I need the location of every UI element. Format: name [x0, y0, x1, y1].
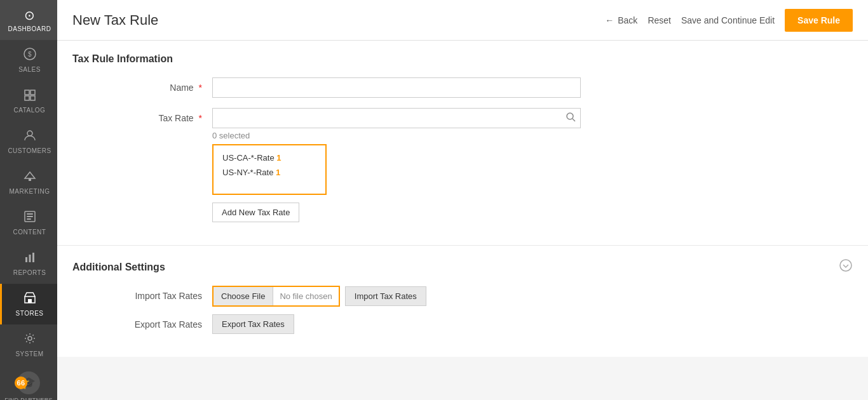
tax-rule-section: Tax Rule Information Name * Tax Rate *	[57, 41, 868, 246]
sidebar-item-catalog[interactable]: CATALOG	[0, 81, 57, 121]
sidebar-item-sales[interactable]: $ SALES	[0, 40, 57, 81]
sidebar-item-label: SYSTEM	[15, 350, 43, 357]
back-arrow-icon: ←	[605, 15, 614, 25]
sidebar-item-customers[interactable]: CUSTOMERS	[0, 121, 57, 162]
svg-rect-13	[25, 257, 27, 262]
svg-rect-17	[28, 299, 32, 303]
partner-label: FIND PARTNERS& EXTENSIONS	[4, 397, 53, 400]
svg-rect-2	[25, 90, 29, 95]
name-field-wrap	[212, 77, 593, 98]
svg-line-20	[573, 119, 575, 121]
save-rule-button[interactable]: Save Rule	[785, 9, 853, 32]
svg-rect-4	[25, 96, 29, 100]
tax-rule-section-title: Tax Rule Information	[72, 53, 853, 65]
sales-icon: $	[24, 48, 36, 63]
name-required: *	[199, 83, 202, 93]
dashboard-icon: ⊙	[24, 8, 36, 23]
sidebar-item-marketing[interactable]: MARKETING	[0, 162, 57, 203]
sidebar-item-label: MARKETING	[10, 188, 50, 195]
svg-rect-15	[32, 253, 34, 262]
svg-rect-8	[29, 178, 31, 181]
export-tax-rates-field-wrap: Export Tax Rates	[212, 314, 593, 334]
sidebar-item-label: SALES	[18, 66, 41, 73]
tax-rate-item-ca[interactable]: US-CA-*-Rate 1	[219, 150, 320, 165]
sidebar-item-content[interactable]: CONTENT	[0, 203, 57, 243]
catalog-icon	[24, 88, 36, 104]
main-content: New Tax Rule ← Back Reset Save and Conti…	[57, 0, 868, 400]
name-label: Name *	[72, 77, 212, 93]
svg-rect-12	[27, 218, 31, 220]
sidebar-item-system[interactable]: SYSTEM	[0, 324, 57, 365]
svg-rect-14	[29, 255, 31, 262]
partner-badge-count: 66	[15, 377, 27, 389]
name-row: Name *	[72, 77, 853, 98]
svg-rect-3	[31, 90, 35, 95]
selected-count: 0 selected	[212, 131, 593, 140]
page-header: New Tax Rule ← Back Reset Save and Conti…	[57, 0, 868, 41]
tax-rate-label: Tax Rate *	[72, 108, 212, 123]
sidebar-item-label: CATALOG	[14, 107, 46, 114]
sidebar-item-label: CONTENT	[13, 229, 46, 236]
sidebar: ⊙ DASHBOARD $ SALES CATALOG CUSTOMERS MA…	[0, 0, 57, 400]
svg-marker-7	[25, 172, 35, 178]
svg-point-18	[28, 337, 32, 340]
header-actions: ← Back Reset Save and Continue Edit Save…	[605, 9, 853, 32]
sidebar-item-label: REPORTS	[13, 269, 46, 276]
svg-point-21	[840, 260, 851, 271]
collapse-icon[interactable]	[839, 258, 853, 276]
tax-rate-required: *	[199, 113, 202, 123]
additional-settings-header: Additional Settings	[72, 258, 853, 276]
svg-rect-11	[27, 216, 33, 217]
back-button[interactable]: ← Back	[605, 15, 637, 25]
export-tax-rates-label: Export Tax Rates	[72, 314, 212, 330]
tax-rate-search-input[interactable]	[212, 108, 581, 128]
find-partners-item[interactable]: 66 🎓 FIND PARTNERS& EXTENSIONS	[0, 365, 57, 400]
tax-rate-row: Tax Rate * 0 selected US-CA-*-Rate 1	[72, 108, 853, 222]
additional-settings-section: Additional Settings Import Tax Rates Cho…	[57, 246, 868, 357]
add-new-tax-rate-button[interactable]: Add New Tax Rate	[212, 203, 299, 222]
name-input[interactable]	[212, 77, 581, 98]
export-tax-rates-row: Export Tax Rates Export Tax Rates	[72, 314, 853, 334]
save-continue-button[interactable]: Save and Continue Edit	[681, 15, 775, 25]
svg-text:$: $	[27, 51, 31, 58]
marketing-icon	[24, 170, 36, 185]
export-tax-rates-button[interactable]: Export Tax Rates	[212, 314, 294, 334]
system-icon	[24, 332, 36, 348]
reset-button[interactable]: Reset	[648, 15, 671, 25]
import-tax-rates-button[interactable]: Import Tax Rates	[345, 286, 426, 306]
content-icon	[24, 210, 36, 226]
import-file-wrap: Choose File No file chosen Import Tax Ra…	[212, 286, 593, 307]
file-input-label[interactable]: Choose File No file chosen	[212, 286, 340, 307]
tax-rate-item-ny[interactable]: US-NY-*-Rate 1	[219, 165, 320, 180]
reports-icon	[24, 251, 36, 267]
svg-point-6	[27, 131, 32, 136]
sidebar-item-reports[interactable]: REPORTS	[0, 243, 57, 284]
tax-rate-field-wrap: 0 selected US-CA-*-Rate 1 US-NY-*-Rate 1…	[212, 108, 593, 222]
file-chosen-text: No file chosen	[273, 287, 338, 305]
additional-settings-title: Additional Settings	[72, 262, 165, 273]
import-tax-rates-row: Import Tax Rates Choose File No file cho…	[72, 286, 853, 307]
tax-rate-list: US-CA-*-Rate 1 US-NY-*-Rate 1	[212, 144, 327, 195]
svg-point-19	[567, 113, 573, 119]
tax-rate-search-wrap	[212, 108, 581, 128]
sidebar-item-label: DASHBOARD	[8, 25, 51, 32]
stores-icon	[24, 291, 36, 307]
customers-icon	[24, 129, 36, 145]
import-tax-rates-label: Import Tax Rates	[72, 286, 212, 301]
svg-rect-5	[31, 96, 35, 100]
sidebar-item-label: CUSTOMERS	[8, 147, 51, 154]
sidebar-item-stores[interactable]: STORES	[0, 284, 57, 324]
sidebar-item-dashboard[interactable]: ⊙ DASHBOARD	[0, 0, 57, 40]
tax-rate-search-button[interactable]	[566, 112, 576, 124]
page-title: New Tax Rule	[72, 12, 605, 29]
import-tax-rates-field-wrap: Choose File No file chosen Import Tax Ra…	[212, 286, 593, 307]
svg-rect-10	[27, 213, 33, 215]
choose-file-button[interactable]: Choose File	[214, 287, 273, 305]
sidebar-item-label: STORES	[16, 310, 44, 317]
content-area: Tax Rule Information Name * Tax Rate *	[57, 41, 868, 400]
